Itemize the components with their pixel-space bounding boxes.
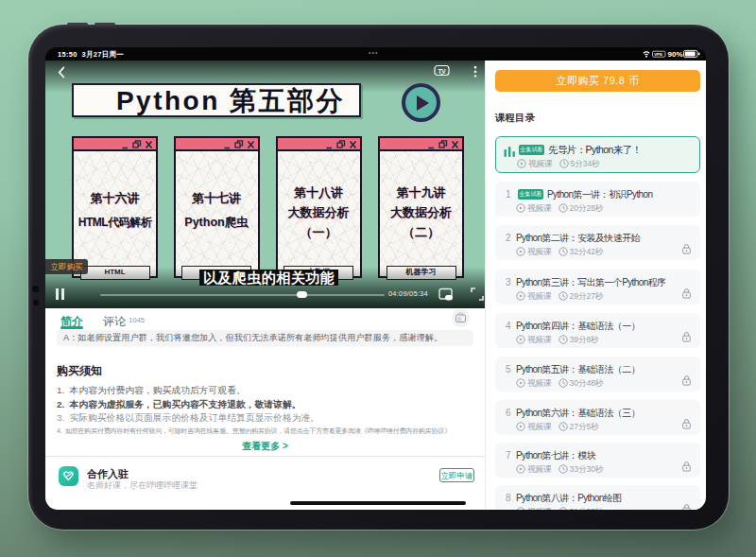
svg-text:简: 简 (457, 317, 462, 322)
svg-text:TV: TV (438, 68, 446, 75)
svg-text:VPN: VPN (654, 52, 662, 57)
svg-text:90%: 90% (668, 50, 683, 59)
